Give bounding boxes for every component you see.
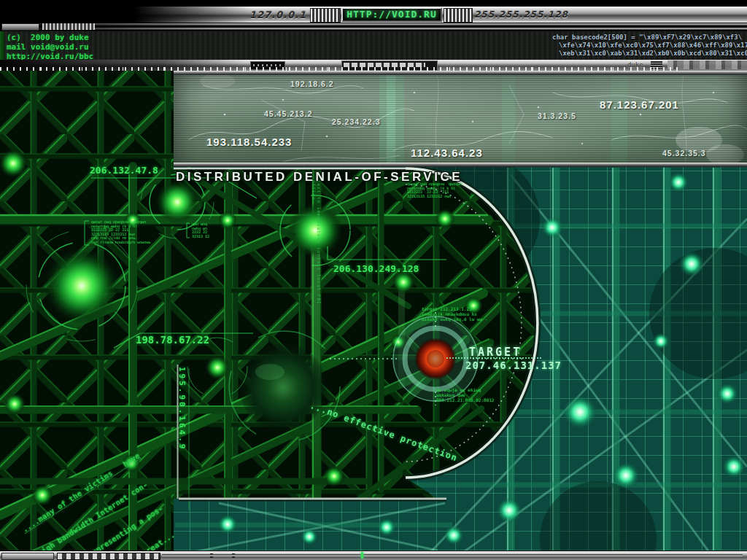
map-bottom-border — [174, 163, 747, 167]
bottom-widget — [1, 553, 54, 560]
node-ip-label: 198.78.67.22 — [136, 334, 209, 346]
node-ip-label: 206.130.249.128 — [333, 263, 419, 274]
dark-core-sphere — [239, 343, 327, 431]
micro-text-block: qwswr nwq epwqpsw qwzqwn nwtwrnbq wwbq (… — [407, 182, 462, 198]
ddos-wallpaper: 127.0.0.1 HTTP://VOID.RU 255.255.255.128… — [0, 0, 747, 560]
map-ip: 31.3.23.5 — [538, 112, 576, 120]
node-ip-label-vertical: 195.90.164.9 — [177, 367, 187, 513]
bottom-segments — [57, 553, 160, 560]
node-ip-label: 206.132.47.8 — [90, 165, 158, 176]
ribbed-ticks — [42, 23, 95, 30]
netmask-readout: 255.255.255.128 — [474, 9, 568, 20]
local-ip-readout: 127.0.0.1 — [219, 9, 306, 20]
ribbed-separator — [310, 8, 341, 23]
bottom-green-indicator — [361, 552, 363, 559]
shellcode-line: \xeb\x31\xc0\xab\x31\xd2\xb0\x0b\xcd\x80… — [559, 50, 747, 58]
micro-text-block: qwn wnq nwkq wn 2222 22 32313 12 — [192, 222, 209, 238]
micro-text-block: qwswr nwq epwqpsw qwzqwn nwtwrnbq wwbq (… — [91, 220, 150, 244]
window-widget — [1, 23, 39, 31]
copyright-line: (c) 2000 by duke — [7, 33, 89, 42]
map-ip: 45.32.35.3 — [662, 149, 706, 158]
target-info-top: target 212.213.1.23 snadasjk nmaskdmsa k… — [422, 306, 487, 322]
ribbed-separator — [444, 8, 473, 23]
map-ip: 192.18.6.2 — [290, 79, 334, 88]
noise-band — [667, 61, 747, 69]
map-ip: 25.234.22.3 — [332, 117, 380, 126]
divider-line — [0, 28, 747, 30]
map-ip: 87.123.67.201 — [600, 98, 679, 111]
shellcode-line: \xfe\x74\x10\xfe\xc0\x75\xf7\x88\x46\xff… — [559, 42, 747, 50]
map-ip: 45.45.213.2 — [264, 109, 312, 118]
map-top-border — [174, 71, 747, 75]
mail-line[interactable]: mail void@void.ru — [7, 42, 89, 52]
divider-line — [0, 23, 747, 26]
map-ip: 112.43.64.23 — [411, 147, 483, 159]
shellcode-line: char basecode2[500] = "\x89\xF7\x29\xc7\… — [552, 34, 747, 42]
url-display[interactable]: HTTP://VOID.RU — [341, 7, 442, 22]
fbi-note-vertical: ject to immediately contact local FBI of… — [311, 180, 322, 311]
target-info-bottom: we eqwje wq ekiwq wqkakwq qwe 008.212.21… — [436, 387, 494, 402]
shellcode-block: char basecode2[500] = "\x89\xF7\x29\xc7\… — [552, 34, 747, 58]
bottom-groove — [162, 554, 743, 556]
ruler-ticks — [446, 355, 541, 359]
target-ip: 207.46.131.137 — [465, 359, 562, 371]
map-ip: 193.118.54.233 — [206, 136, 292, 148]
